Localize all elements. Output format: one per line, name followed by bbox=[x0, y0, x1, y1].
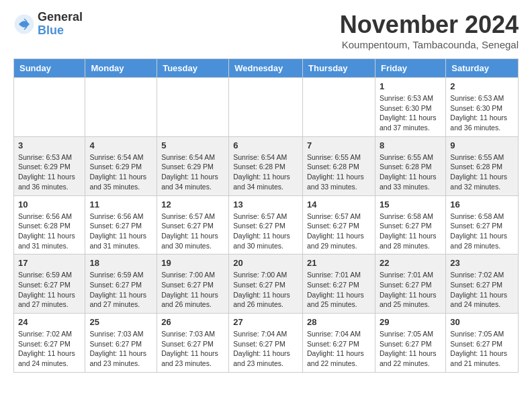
calendar-cell: 24Sunrise: 7:02 AM Sunset: 6:27 PM Dayli… bbox=[14, 314, 85, 373]
day-info: Sunrise: 7:05 AM Sunset: 6:27 PM Dayligh… bbox=[450, 329, 514, 369]
calendar-cell: 18Sunrise: 6:59 AM Sunset: 6:27 PM Dayli… bbox=[85, 255, 157, 314]
weekday-header: Wednesday bbox=[229, 59, 303, 78]
calendar-cell: 12Sunrise: 6:57 AM Sunset: 6:27 PM Dayli… bbox=[157, 195, 229, 255]
calendar-cell: 19Sunrise: 7:00 AM Sunset: 6:27 PM Dayli… bbox=[157, 255, 229, 314]
day-info: Sunrise: 6:54 AM Sunset: 6:28 PM Dayligh… bbox=[233, 152, 298, 192]
day-number: 1 bbox=[380, 81, 441, 91]
day-info: Sunrise: 6:55 AM Sunset: 6:28 PM Dayligh… bbox=[380, 152, 441, 192]
day-info: Sunrise: 6:56 AM Sunset: 6:27 PM Dayligh… bbox=[89, 212, 152, 251]
day-info: Sunrise: 6:57 AM Sunset: 6:27 PM Dayligh… bbox=[307, 212, 371, 251]
calendar-cell: 21Sunrise: 7:01 AM Sunset: 6:27 PM Dayli… bbox=[303, 255, 375, 314]
weekday-header: Sunday bbox=[14, 59, 85, 78]
day-info: Sunrise: 6:59 AM Sunset: 6:27 PM Dayligh… bbox=[18, 270, 81, 310]
calendar-cell: 11Sunrise: 6:56 AM Sunset: 6:27 PM Dayli… bbox=[85, 195, 157, 255]
weekday-header: Friday bbox=[375, 59, 445, 78]
day-number: 22 bbox=[380, 258, 441, 268]
day-info: Sunrise: 7:03 AM Sunset: 6:27 PM Dayligh… bbox=[89, 329, 152, 369]
day-info: Sunrise: 7:02 AM Sunset: 6:27 PM Dayligh… bbox=[450, 270, 514, 310]
calendar-cell: 15Sunrise: 6:58 AM Sunset: 6:27 PM Dayli… bbox=[375, 195, 445, 255]
calendar-header-row: SundayMondayTuesdayWednesdayThursdayFrid… bbox=[14, 59, 519, 78]
calendar-cell: 3Sunrise: 6:53 AM Sunset: 6:29 PM Daylig… bbox=[14, 136, 85, 195]
calendar-cell bbox=[85, 78, 157, 137]
calendar-cell: 10Sunrise: 6:56 AM Sunset: 6:28 PM Dayli… bbox=[14, 195, 85, 255]
calendar-cell: 25Sunrise: 7:03 AM Sunset: 6:27 PM Dayli… bbox=[85, 314, 157, 373]
page-header: General Blue November 2024 Koumpentoum, … bbox=[13, 11, 519, 50]
day-number: 4 bbox=[89, 140, 152, 150]
calendar-cell: 28Sunrise: 7:04 AM Sunset: 6:27 PM Dayli… bbox=[303, 314, 375, 373]
day-number: 16 bbox=[450, 199, 514, 210]
calendar-cell: 14Sunrise: 6:57 AM Sunset: 6:27 PM Dayli… bbox=[303, 195, 375, 255]
day-number: 17 bbox=[18, 258, 81, 268]
calendar-cell: 2Sunrise: 6:53 AM Sunset: 6:30 PM Daylig… bbox=[446, 78, 519, 137]
calendar-cell: 16Sunrise: 6:58 AM Sunset: 6:27 PM Dayli… bbox=[446, 195, 519, 255]
day-number: 2 bbox=[450, 81, 514, 91]
calendar-week-row: 24Sunrise: 7:02 AM Sunset: 6:27 PM Dayli… bbox=[14, 314, 519, 373]
month-title: November 2024 bbox=[340, 11, 519, 39]
title-block: November 2024 Koumpentoum, Tambacounda, … bbox=[340, 11, 519, 50]
day-number: 27 bbox=[233, 317, 298, 327]
calendar-cell: 30Sunrise: 7:05 AM Sunset: 6:27 PM Dayli… bbox=[446, 314, 519, 373]
day-info: Sunrise: 7:02 AM Sunset: 6:27 PM Dayligh… bbox=[18, 329, 81, 369]
calendar-cell: 22Sunrise: 7:01 AM Sunset: 6:27 PM Dayli… bbox=[375, 255, 445, 314]
calendar-cell: 5Sunrise: 6:54 AM Sunset: 6:29 PM Daylig… bbox=[157, 136, 229, 195]
day-info: Sunrise: 6:55 AM Sunset: 6:28 PM Dayligh… bbox=[307, 152, 371, 192]
weekday-header: Monday bbox=[85, 59, 157, 78]
day-info: Sunrise: 6:57 AM Sunset: 6:27 PM Dayligh… bbox=[161, 212, 224, 251]
calendar-cell: 26Sunrise: 7:03 AM Sunset: 6:27 PM Dayli… bbox=[157, 314, 229, 373]
day-number: 13 bbox=[233, 199, 298, 210]
day-info: Sunrise: 7:03 AM Sunset: 6:27 PM Dayligh… bbox=[161, 329, 224, 369]
day-number: 5 bbox=[161, 140, 224, 150]
calendar-week-row: 3Sunrise: 6:53 AM Sunset: 6:29 PM Daylig… bbox=[14, 136, 519, 195]
weekday-header: Tuesday bbox=[157, 59, 229, 78]
day-info: Sunrise: 6:57 AM Sunset: 6:27 PM Dayligh… bbox=[233, 212, 298, 251]
day-number: 19 bbox=[161, 258, 224, 268]
calendar-cell: 20Sunrise: 7:00 AM Sunset: 6:27 PM Dayli… bbox=[229, 255, 303, 314]
day-number: 26 bbox=[161, 317, 224, 327]
day-number: 11 bbox=[89, 199, 152, 210]
calendar-cell: 6Sunrise: 6:54 AM Sunset: 6:28 PM Daylig… bbox=[229, 136, 303, 195]
location: Koumpentoum, Tambacounda, Senegal bbox=[340, 39, 519, 50]
calendar-week-row: 1Sunrise: 6:53 AM Sunset: 6:30 PM Daylig… bbox=[14, 78, 519, 137]
calendar-cell bbox=[229, 78, 303, 137]
calendar-cell: 23Sunrise: 7:02 AM Sunset: 6:27 PM Dayli… bbox=[446, 255, 519, 314]
day-info: Sunrise: 7:00 AM Sunset: 6:27 PM Dayligh… bbox=[233, 270, 298, 310]
logo-blue: Blue bbox=[38, 24, 83, 38]
day-info: Sunrise: 6:59 AM Sunset: 6:27 PM Dayligh… bbox=[89, 270, 152, 310]
day-number: 23 bbox=[450, 258, 514, 268]
day-info: Sunrise: 7:01 AM Sunset: 6:27 PM Dayligh… bbox=[307, 270, 371, 310]
day-number: 3 bbox=[18, 140, 81, 150]
day-info: Sunrise: 6:54 AM Sunset: 6:29 PM Dayligh… bbox=[89, 152, 152, 192]
calendar-cell: 1Sunrise: 6:53 AM Sunset: 6:30 PM Daylig… bbox=[375, 78, 445, 137]
day-info: Sunrise: 6:53 AM Sunset: 6:30 PM Dayligh… bbox=[380, 93, 441, 133]
day-info: Sunrise: 6:53 AM Sunset: 6:29 PM Dayligh… bbox=[18, 152, 81, 192]
logo-text: General Blue bbox=[38, 11, 83, 38]
calendar-cell: 13Sunrise: 6:57 AM Sunset: 6:27 PM Dayli… bbox=[229, 195, 303, 255]
calendar-cell bbox=[303, 78, 375, 137]
day-info: Sunrise: 6:55 AM Sunset: 6:28 PM Dayligh… bbox=[450, 152, 514, 192]
calendar-cell bbox=[157, 78, 229, 137]
day-number: 25 bbox=[89, 317, 152, 327]
calendar-week-row: 10Sunrise: 6:56 AM Sunset: 6:28 PM Dayli… bbox=[14, 195, 519, 255]
logo-general: General bbox=[38, 11, 83, 24]
day-info: Sunrise: 6:56 AM Sunset: 6:28 PM Dayligh… bbox=[18, 212, 81, 251]
day-number: 24 bbox=[18, 317, 81, 327]
day-number: 15 bbox=[380, 199, 441, 210]
day-number: 21 bbox=[307, 258, 371, 268]
calendar-cell bbox=[14, 78, 85, 137]
day-number: 12 bbox=[161, 199, 224, 210]
day-number: 28 bbox=[307, 317, 371, 327]
calendar-week-row: 17Sunrise: 6:59 AM Sunset: 6:27 PM Dayli… bbox=[14, 255, 519, 314]
day-info: Sunrise: 7:05 AM Sunset: 6:27 PM Dayligh… bbox=[380, 329, 441, 369]
page-container: General Blue November 2024 Koumpentoum, … bbox=[0, 0, 532, 383]
day-info: Sunrise: 6:58 AM Sunset: 6:27 PM Dayligh… bbox=[380, 212, 441, 251]
day-info: Sunrise: 7:01 AM Sunset: 6:27 PM Dayligh… bbox=[380, 270, 441, 310]
calendar-cell: 27Sunrise: 7:04 AM Sunset: 6:27 PM Dayli… bbox=[229, 314, 303, 373]
logo-icon bbox=[13, 13, 35, 35]
day-info: Sunrise: 7:00 AM Sunset: 6:27 PM Dayligh… bbox=[161, 270, 224, 310]
calendar-cell: 29Sunrise: 7:05 AM Sunset: 6:27 PM Dayli… bbox=[375, 314, 445, 373]
weekday-header: Thursday bbox=[303, 59, 375, 78]
logo: General Blue bbox=[13, 11, 83, 38]
weekday-header: Saturday bbox=[446, 59, 519, 78]
day-number: 14 bbox=[307, 199, 371, 210]
calendar-cell: 4Sunrise: 6:54 AM Sunset: 6:29 PM Daylig… bbox=[85, 136, 157, 195]
